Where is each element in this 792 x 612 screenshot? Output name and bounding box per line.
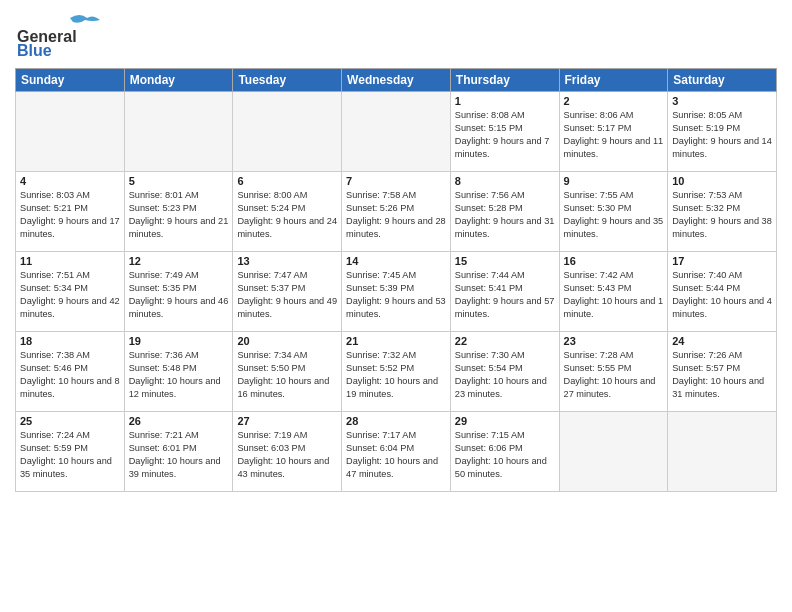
calendar-cell <box>16 92 125 172</box>
day-number: 2 <box>564 95 664 107</box>
day-header-monday: Monday <box>124 69 233 92</box>
calendar-week-2: 11 Sunrise: 7:51 AMSunset: 5:34 PMDaylig… <box>16 252 777 332</box>
day-info: Sunrise: 7:49 AMSunset: 5:35 PMDaylight:… <box>129 269 229 321</box>
calendar-cell: 17 Sunrise: 7:40 AMSunset: 5:44 PMDaylig… <box>668 252 777 332</box>
calendar-week-4: 25 Sunrise: 7:24 AMSunset: 5:59 PMDaylig… <box>16 412 777 492</box>
day-header-wednesday: Wednesday <box>342 69 451 92</box>
day-number: 15 <box>455 255 555 267</box>
calendar-cell: 6 Sunrise: 8:00 AMSunset: 5:24 PMDayligh… <box>233 172 342 252</box>
calendar-cell: 18 Sunrise: 7:38 AMSunset: 5:46 PMDaylig… <box>16 332 125 412</box>
day-header-sunday: Sunday <box>16 69 125 92</box>
day-number: 6 <box>237 175 337 187</box>
calendar-cell <box>668 412 777 492</box>
calendar-cell: 1 Sunrise: 8:08 AMSunset: 5:15 PMDayligh… <box>450 92 559 172</box>
day-header-thursday: Thursday <box>450 69 559 92</box>
calendar-cell: 8 Sunrise: 7:56 AMSunset: 5:28 PMDayligh… <box>450 172 559 252</box>
day-number: 22 <box>455 335 555 347</box>
calendar-cell: 23 Sunrise: 7:28 AMSunset: 5:55 PMDaylig… <box>559 332 668 412</box>
day-info: Sunrise: 8:01 AMSunset: 5:23 PMDaylight:… <box>129 189 229 241</box>
logo-svg: General Blue <box>15 10 105 60</box>
calendar-header-row: SundayMondayTuesdayWednesdayThursdayFrid… <box>16 69 777 92</box>
calendar-cell: 22 Sunrise: 7:30 AMSunset: 5:54 PMDaylig… <box>450 332 559 412</box>
calendar-week-1: 4 Sunrise: 8:03 AMSunset: 5:21 PMDayligh… <box>16 172 777 252</box>
day-info: Sunrise: 7:26 AMSunset: 5:57 PMDaylight:… <box>672 349 772 401</box>
calendar-week-0: 1 Sunrise: 8:08 AMSunset: 5:15 PMDayligh… <box>16 92 777 172</box>
calendar-cell: 21 Sunrise: 7:32 AMSunset: 5:52 PMDaylig… <box>342 332 451 412</box>
day-info: Sunrise: 7:47 AMSunset: 5:37 PMDaylight:… <box>237 269 337 321</box>
page-container: General Blue SundayMondayTuesdayWednesda… <box>0 0 792 612</box>
day-info: Sunrise: 7:21 AMSunset: 6:01 PMDaylight:… <box>129 429 229 481</box>
day-header-friday: Friday <box>559 69 668 92</box>
day-info: Sunrise: 7:32 AMSunset: 5:52 PMDaylight:… <box>346 349 446 401</box>
day-info: Sunrise: 7:40 AMSunset: 5:44 PMDaylight:… <box>672 269 772 321</box>
day-number: 1 <box>455 95 555 107</box>
day-info: Sunrise: 7:38 AMSunset: 5:46 PMDaylight:… <box>20 349 120 401</box>
day-info: Sunrise: 7:24 AMSunset: 5:59 PMDaylight:… <box>20 429 120 481</box>
day-number: 9 <box>564 175 664 187</box>
day-info: Sunrise: 7:58 AMSunset: 5:26 PMDaylight:… <box>346 189 446 241</box>
svg-text:Blue: Blue <box>17 42 52 59</box>
day-number: 20 <box>237 335 337 347</box>
calendar-cell: 11 Sunrise: 7:51 AMSunset: 5:34 PMDaylig… <box>16 252 125 332</box>
calendar-cell: 3 Sunrise: 8:05 AMSunset: 5:19 PMDayligh… <box>668 92 777 172</box>
calendar-cell: 24 Sunrise: 7:26 AMSunset: 5:57 PMDaylig… <box>668 332 777 412</box>
day-number: 11 <box>20 255 120 267</box>
day-info: Sunrise: 7:45 AMSunset: 5:39 PMDaylight:… <box>346 269 446 321</box>
calendar-cell: 13 Sunrise: 7:47 AMSunset: 5:37 PMDaylig… <box>233 252 342 332</box>
calendar-cell: 2 Sunrise: 8:06 AMSunset: 5:17 PMDayligh… <box>559 92 668 172</box>
calendar-cell: 20 Sunrise: 7:34 AMSunset: 5:50 PMDaylig… <box>233 332 342 412</box>
calendar-cell: 25 Sunrise: 7:24 AMSunset: 5:59 PMDaylig… <box>16 412 125 492</box>
day-number: 26 <box>129 415 229 427</box>
calendar-cell: 27 Sunrise: 7:19 AMSunset: 6:03 PMDaylig… <box>233 412 342 492</box>
day-number: 29 <box>455 415 555 427</box>
day-info: Sunrise: 7:28 AMSunset: 5:55 PMDaylight:… <box>564 349 664 401</box>
day-number: 18 <box>20 335 120 347</box>
calendar-cell: 9 Sunrise: 7:55 AMSunset: 5:30 PMDayligh… <box>559 172 668 252</box>
day-info: Sunrise: 8:08 AMSunset: 5:15 PMDaylight:… <box>455 109 555 161</box>
header: General Blue <box>15 10 777 60</box>
day-info: Sunrise: 7:51 AMSunset: 5:34 PMDaylight:… <box>20 269 120 321</box>
day-number: 25 <box>20 415 120 427</box>
day-number: 4 <box>20 175 120 187</box>
day-info: Sunrise: 7:55 AMSunset: 5:30 PMDaylight:… <box>564 189 664 241</box>
day-number: 21 <box>346 335 446 347</box>
day-info: Sunrise: 8:03 AMSunset: 5:21 PMDaylight:… <box>20 189 120 241</box>
calendar-cell: 12 Sunrise: 7:49 AMSunset: 5:35 PMDaylig… <box>124 252 233 332</box>
day-number: 7 <box>346 175 446 187</box>
calendar-cell: 15 Sunrise: 7:44 AMSunset: 5:41 PMDaylig… <box>450 252 559 332</box>
day-number: 28 <box>346 415 446 427</box>
calendar-cell: 4 Sunrise: 8:03 AMSunset: 5:21 PMDayligh… <box>16 172 125 252</box>
day-info: Sunrise: 7:15 AMSunset: 6:06 PMDaylight:… <box>455 429 555 481</box>
day-number: 14 <box>346 255 446 267</box>
day-number: 5 <box>129 175 229 187</box>
calendar-cell <box>559 412 668 492</box>
day-info: Sunrise: 7:17 AMSunset: 6:04 PMDaylight:… <box>346 429 446 481</box>
day-info: Sunrise: 7:34 AMSunset: 5:50 PMDaylight:… <box>237 349 337 401</box>
day-number: 24 <box>672 335 772 347</box>
day-number: 13 <box>237 255 337 267</box>
calendar-week-3: 18 Sunrise: 7:38 AMSunset: 5:46 PMDaylig… <box>16 332 777 412</box>
day-info: Sunrise: 7:42 AMSunset: 5:43 PMDaylight:… <box>564 269 664 321</box>
day-header-tuesday: Tuesday <box>233 69 342 92</box>
calendar-cell: 28 Sunrise: 7:17 AMSunset: 6:04 PMDaylig… <box>342 412 451 492</box>
day-info: Sunrise: 7:53 AMSunset: 5:32 PMDaylight:… <box>672 189 772 241</box>
day-header-saturday: Saturday <box>668 69 777 92</box>
calendar-cell: 5 Sunrise: 8:01 AMSunset: 5:23 PMDayligh… <box>124 172 233 252</box>
day-number: 19 <box>129 335 229 347</box>
day-info: Sunrise: 8:06 AMSunset: 5:17 PMDaylight:… <box>564 109 664 161</box>
day-info: Sunrise: 8:05 AMSunset: 5:19 PMDaylight:… <box>672 109 772 161</box>
day-info: Sunrise: 8:00 AMSunset: 5:24 PMDaylight:… <box>237 189 337 241</box>
logo: General Blue <box>15 10 105 60</box>
day-info: Sunrise: 7:30 AMSunset: 5:54 PMDaylight:… <box>455 349 555 401</box>
calendar-cell <box>342 92 451 172</box>
day-number: 10 <box>672 175 772 187</box>
calendar-cell <box>124 92 233 172</box>
day-number: 17 <box>672 255 772 267</box>
calendar-cell: 10 Sunrise: 7:53 AMSunset: 5:32 PMDaylig… <box>668 172 777 252</box>
calendar-cell: 19 Sunrise: 7:36 AMSunset: 5:48 PMDaylig… <box>124 332 233 412</box>
calendar-cell: 7 Sunrise: 7:58 AMSunset: 5:26 PMDayligh… <box>342 172 451 252</box>
calendar-cell: 14 Sunrise: 7:45 AMSunset: 5:39 PMDaylig… <box>342 252 451 332</box>
day-number: 3 <box>672 95 772 107</box>
calendar-cell: 26 Sunrise: 7:21 AMSunset: 6:01 PMDaylig… <box>124 412 233 492</box>
day-number: 12 <box>129 255 229 267</box>
